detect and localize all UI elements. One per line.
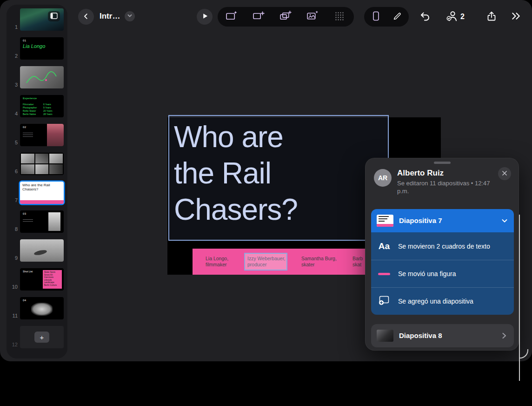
slide-7-activity-card: Diapositiva 7 Aa Se movieron 2 cuadros d…	[371, 209, 514, 315]
double-chevron-right-icon	[511, 11, 521, 23]
slide-8-activity-row[interactable]: Diapositiva 8	[371, 324, 514, 347]
slide-title-line: Who are	[174, 119, 388, 155]
play-button[interactable]	[197, 9, 213, 25]
close-icon	[502, 170, 507, 177]
add-slide-button[interactable]	[251, 9, 266, 25]
thumb-pink-list: Skate Spots Street Art Interviews Lifest…	[43, 270, 62, 289]
add-media-button[interactable]	[305, 9, 320, 25]
add-layout-button[interactable]	[278, 9, 293, 25]
document-title: Intr…	[100, 12, 120, 21]
share-icon	[486, 11, 497, 23]
slide-theme-button[interactable]	[224, 9, 239, 25]
close-button[interactable]	[498, 167, 511, 180]
navigator-row-11: 11 04	[7, 297, 67, 319]
activity-summary: Se editaron 11 diapositivas • 12:47 p.m.	[397, 179, 500, 195]
slide-number: 3	[7, 82, 18, 88]
chevron-down-icon	[501, 217, 508, 226]
slide-number: 5	[7, 140, 18, 145]
scribble-graphic	[20, 66, 64, 88]
slide-thumbnail-9[interactable]	[20, 239, 64, 262]
credit-text[interactable]: Lia Longo,filmmaker	[206, 256, 228, 268]
share-button[interactable]	[484, 9, 499, 25]
document-title-group: Intr…	[100, 11, 135, 21]
slide-8-label: Diapositiva 8	[399, 332, 442, 339]
slide-number: 1	[7, 24, 18, 30]
collaborate-button[interactable]: 2	[441, 9, 470, 25]
slide-number: 11	[7, 313, 18, 318]
slide-thumbnail-5[interactable]: 02	[20, 124, 64, 146]
avatar: AR	[374, 169, 392, 187]
collaborator-count: 2	[460, 13, 465, 21]
add-slide-thumbnail[interactable]: +	[20, 326, 64, 348]
navigator-row-7: 7 Who are the Rail Chasers?	[7, 182, 67, 204]
slide-title-line: the Rail	[174, 155, 388, 191]
document-menu-button[interactable]	[125, 11, 135, 21]
thumb-title: Experience	[23, 97, 37, 100]
navigator-row-6: 6	[7, 153, 67, 175]
sidebar-toggle-icon	[50, 13, 58, 20]
slide-7-label: Diapositiva 7	[399, 217, 442, 224]
change-row-slide-added[interactable]: Se agregó una diapositiva	[371, 287, 514, 315]
slide-number: 6	[7, 169, 18, 174]
thumb-collage	[20, 153, 64, 175]
animate-button[interactable]	[332, 9, 347, 25]
dots-grid-icon	[334, 11, 345, 23]
play-icon	[201, 13, 208, 21]
add-media-icon	[306, 10, 319, 23]
activity-popover: AR Alberto Ruiz Se editaron 11 diapositi…	[365, 158, 519, 351]
hide-navigator-button[interactable]	[48, 11, 60, 21]
thumb-text-lines	[23, 131, 33, 137]
add-slide-plus-icon[interactable]: +	[34, 332, 49, 343]
slide-7-header[interactable]: Diapositiva 7	[371, 209, 514, 232]
navigator-row-9: 9	[7, 239, 67, 262]
screen: Intr…	[0, 0, 532, 406]
slide-thumbnail-6[interactable]	[20, 153, 64, 175]
thumb-title: Shot List	[23, 270, 33, 273]
slide-thumbnail-2[interactable]: 01 Lia Longo	[20, 37, 64, 60]
more-tools-button[interactable]	[508, 9, 524, 25]
slide-title-line: Chasers?	[174, 191, 388, 228]
undo-button[interactable]	[417, 9, 433, 25]
slide-number: 10	[7, 284, 18, 290]
slide-number: 9	[7, 255, 18, 261]
copy-style-button[interactable]	[370, 9, 382, 25]
slide-number: 7	[7, 197, 18, 203]
slide-thumbnail-3[interactable]	[20, 66, 64, 88]
slide-thumbnail-10[interactable]: Shot List Skate Spots Street Art Intervi…	[20, 268, 64, 291]
slide-theme-icon	[226, 10, 238, 23]
slide-thumbnail-11[interactable]: 04	[20, 297, 64, 319]
navigator-row-8: 8 03	[7, 210, 67, 233]
chevron-right-icon	[501, 332, 507, 341]
back-button[interactable]	[78, 9, 94, 25]
credit-text[interactable]: Samantha Burg,skater	[301, 256, 337, 268]
selected-credit-text-box[interactable]: Izzy Weberbauer,producer	[244, 253, 287, 271]
slide-thumbnail-8[interactable]: 03	[20, 210, 64, 233]
navigator-row-1: 1	[7, 8, 67, 31]
credit-text[interactable]: Barbskat	[352, 256, 363, 268]
slide-8-mini-thumbnail	[377, 330, 393, 342]
navigator-row-2: 2 01 Lia Longo	[7, 37, 67, 60]
navigator-row-4: 4 Experience Filmmaker6 Years Photograph…	[7, 95, 67, 117]
undo-icon	[419, 11, 431, 23]
selected-title-text-box[interactable]: Who are the Rail Chasers?	[168, 115, 389, 241]
thumb-title: Lia Longo	[23, 43, 45, 49]
add-layout-icon	[279, 10, 292, 23]
change-row-text-moved[interactable]: Aa Se movieron 2 cuadros de texto	[371, 232, 514, 260]
drag-handle[interactable]	[434, 162, 451, 164]
thumb-photo-figure	[33, 249, 47, 256]
chevron-left-icon	[82, 12, 90, 22]
navigator-row-3: 3	[7, 66, 67, 88]
slide-thumbnail-4[interactable]: Experience Filmmaker6 Years Photographer…	[20, 95, 64, 117]
thumb-label: 01	[23, 39, 27, 42]
navigator-row-5: 5 02	[7, 124, 67, 146]
rounded-rect-icon	[370, 10, 381, 23]
pencil-button[interactable]	[391, 9, 403, 25]
slide-7-mini-thumbnail	[377, 215, 393, 227]
slide-navigator: 1 2 01 Lia Longo 3	[7, 5, 67, 359]
navigator-row-10: 10 Shot List Skate Spots Street Art Inte…	[7, 268, 67, 291]
slide-thumbnail-1[interactable]	[20, 8, 64, 31]
slide-thumbnail-7-selected[interactable]: Who are the Rail Chasers?	[20, 182, 64, 204]
slide-number: 8	[7, 226, 18, 232]
slide-number: 4	[7, 111, 18, 116]
change-row-shape-moved[interactable]: Se movió una figura	[371, 260, 514, 287]
